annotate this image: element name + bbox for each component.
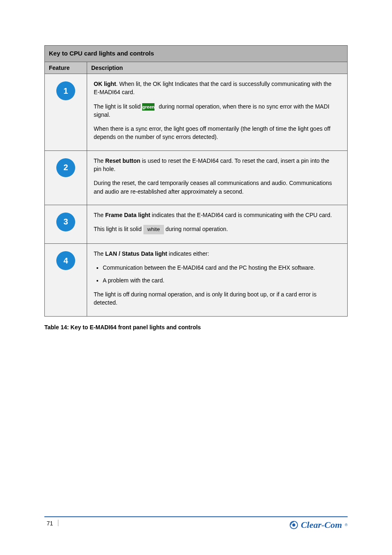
table-caption: Table 14: Key to E-MADI64 front panel li… (44, 324, 348, 331)
feature-number-circle: 2 (56, 158, 75, 177)
table-row: 2 The Reset button is used to reset the … (45, 150, 348, 205)
clearcom-logomark-icon (289, 520, 298, 530)
feature-desc-cell: OK light. When lit, the OK light Indicat… (87, 74, 348, 151)
feature-number: 2 (63, 163, 68, 172)
feature-text: during normal operation. (164, 226, 228, 232)
page-footer: 71 Clear-Com® (44, 516, 348, 530)
feature-text: indicates that the E-MADI64 card is comm… (150, 212, 332, 218)
feature-desc-cell: The Frame Data light indicates that the … (87, 205, 348, 243)
table-title-row: Key to CPU card lights and controls (45, 46, 348, 62)
feature-lead: LAN / Status Data light (105, 250, 167, 257)
table-row: 3 The Frame Data light indicates that th… (45, 205, 348, 243)
feature-lead: OK light (94, 81, 116, 87)
feature-number-circle: 1 (56, 81, 75, 100)
table-row: 1 OK light. When lit, the OK light Indic… (45, 74, 348, 151)
table-title: Key to CPU card lights and controls (45, 46, 348, 62)
col-header-description: Description (87, 62, 348, 74)
feature-text: The light is lit solid (94, 103, 141, 110)
feature-number: 1 (63, 86, 68, 96)
feature-lead: Reset button (105, 157, 141, 164)
feature-text: When there is a sync error, the light go… (94, 125, 341, 141)
feature-key-cell: 4 (45, 244, 87, 316)
footer-rule (44, 516, 348, 517)
feature-text: indicates either: (167, 250, 209, 257)
feature-desc-cell: The LAN / Status Data light indicates ei… (87, 244, 348, 316)
green-chip: green (142, 103, 154, 111)
registered-mark: ® (345, 523, 348, 527)
brand-logo: Clear-Com® (289, 520, 348, 530)
feature-number: 4 (63, 256, 68, 266)
feature-text: The (94, 157, 105, 164)
feature-text: The (94, 212, 105, 218)
feature-text: E-MADI64 card. (94, 89, 135, 95)
feature-key-cell: 1 (45, 74, 87, 151)
feature-text: pin hole. (94, 166, 115, 172)
feature-number-circle: 3 (56, 213, 75, 231)
feature-text: . When lit, the OK light Indicates that … (116, 81, 331, 87)
feature-key-cell: 3 (45, 205, 87, 243)
page-number: 71 (44, 520, 58, 526)
feature-text: The light is off during normal operation… (94, 290, 341, 307)
feature-number-circle: 4 (56, 251, 75, 270)
feature-text: This light is lit solid (94, 226, 143, 232)
feature-lead: Frame Data light (105, 212, 150, 218)
feature-desc-cell: The Reset button is used to reset the E-… (87, 150, 348, 205)
feature-text: The (94, 250, 105, 257)
feature-number: 3 (63, 217, 68, 227)
feature-table: Key to CPU card lights and controls Feat… (44, 45, 348, 317)
table-header-row: Feature Description (45, 62, 348, 74)
feature-bullet: A problem with the card. (103, 276, 341, 284)
col-header-feature: Feature (45, 62, 87, 74)
table-row: 4 The LAN / Status Data light indicates … (45, 244, 348, 316)
feature-bullet: Communication between the E-MADI64 card … (103, 264, 341, 272)
feature-text: is used to reset the E-MADI64 card. To r… (141, 157, 330, 164)
gray-chip: white (143, 225, 164, 234)
feature-key-cell: 2 (45, 150, 87, 205)
feature-text: During the reset, the card temporarily c… (94, 179, 341, 196)
brand-name: Clear-Com (301, 520, 342, 530)
svg-point-1 (292, 523, 295, 526)
